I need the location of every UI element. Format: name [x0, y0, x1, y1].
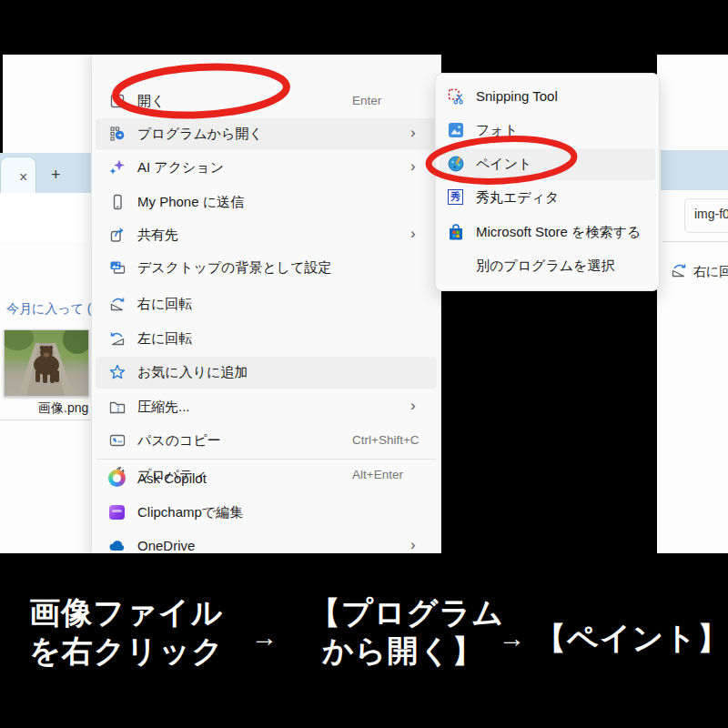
menu-item-set-wallpaper[interactable]: デスクトップの背景として設定 [92, 251, 440, 285]
caption-arrow-1: → [251, 622, 278, 652]
menu-item-label: 左に回転 [137, 330, 192, 348]
explorer-active-tab[interactable]: × [0, 157, 36, 194]
menu-item-label: 共有先 [137, 227, 178, 244]
menu-item-compress[interactable]: 圧縮先... › [92, 390, 440, 424]
share-icon [108, 226, 126, 244]
submenu-item-search-store[interactable]: Microsoft Store を検索する [436, 216, 659, 249]
menu-item-label: お気に入りに追加 [137, 364, 248, 381]
selected-row-fragment [661, 150, 728, 190]
open-with-submenu: Snipping Tool フォト ペイント 秀 秀丸エディタ Microsof… [435, 73, 660, 291]
menu-item-label: AI アクション [137, 159, 224, 177]
menu-item-shortcut: Ctrl+Shift+C [352, 433, 420, 447]
menu-item-label: Clipchampで編集 [137, 504, 243, 521]
menu-item-share[interactable]: 共有先 › [92, 218, 440, 252]
rotate-left-icon [108, 329, 126, 348]
screenshot-root: × + › ダウン 今月に入って (先 [0, 0, 728, 728]
background-window-fragment [3, 51, 94, 153]
clipchamp-icon [108, 503, 126, 521]
caption-band: 画像ファイル を右クリック → 【プログラム から開く】 → 【ペイント】 [0, 553, 728, 728]
submenu-item-label: 別のプログラムを選択 [476, 258, 614, 275]
divider [0, 420, 94, 420]
menu-item-label: OneDrive [137, 538, 195, 553]
caption-step3: 【ペイント】 [535, 619, 728, 657]
wallpaper-icon [108, 258, 126, 277]
submenu-item-label: ペイント [476, 156, 531, 173]
explorer-toolbar [0, 242, 94, 299]
tab-close-icon[interactable]: × [19, 170, 27, 185]
menu-separator [96, 459, 436, 460]
caption-step1-line2: を右クリック [29, 632, 224, 670]
submenu-item-snipping-tool[interactable]: Snipping Tool [436, 80, 659, 114]
menu-item-rotate-left[interactable]: 左に回転 [92, 322, 440, 356]
submenu-item-hidemaru[interactable]: 秀 秀丸エディタ [436, 181, 659, 215]
caption-step2: 【プログラム から開く】 [309, 593, 504, 670]
onedrive-icon [108, 537, 126, 555]
rotate-right-icon [670, 261, 688, 279]
menu-item-clipchamp[interactable]: Clipchampで編集 [92, 496, 440, 530]
submenu-item-choose-another-app[interactable]: 別のプログラムを選択 [436, 249, 659, 283]
menu-item-rotate-right[interactable]: 右に回転 [92, 288, 440, 321]
menu-highlight [440, 148, 655, 180]
menu-item-copy-path[interactable]: パスのコピー Ctrl+Shift+C [92, 424, 440, 458]
explorer-file-area: 今月に入って (先 画像.png [0, 298, 94, 553]
bear-photo [5, 330, 88, 396]
submenu-item-label: 秀丸エディタ [476, 189, 559, 207]
rotate-right-icon [108, 295, 126, 313]
menu-item-label: 圧縮先... [137, 399, 190, 416]
menu-item-ask-copilot[interactable]: Ask Copilot [92, 462, 440, 496]
menu-item-label: パスのコピー [137, 432, 221, 450]
rotate-right-menu-fragment[interactable]: 右に回 [693, 264, 728, 280]
favorite-star-icon [108, 363, 126, 381]
submenu-item-photos[interactable]: フォト [436, 114, 659, 147]
image-thumbnail-bear[interactable] [4, 329, 89, 397]
context-menu: 開く Enter プログラムから開く › AI アクション › My Phone… [91, 40, 441, 561]
submenu-item-paint[interactable]: ペイント [436, 147, 659, 181]
caption-step1-line1: 画像ファイル [29, 593, 224, 632]
menu-item-open-with[interactable]: プログラムから開く › [92, 117, 440, 151]
menu-item-add-favorites[interactable]: お気に入りに追加 [92, 356, 440, 389]
menu-item-label: Ask Copilot [137, 470, 207, 486]
chevron-right-icon: › [410, 124, 416, 142]
send-phone-icon [108, 193, 126, 211]
zip-folder-icon [108, 398, 126, 416]
explorer-tab-bar: × + [0, 153, 94, 193]
photos-icon [447, 121, 465, 139]
open-with-icon [108, 125, 126, 143]
submenu-item-label: Snipping Tool [476, 88, 558, 104]
caption-step2-line1: 【プログラム [309, 593, 504, 632]
caption-arrow-2: → [499, 623, 525, 653]
breadcrumb: › ダウン [0, 193, 94, 242]
hidemaru-editor-icon: 秀 [447, 188, 465, 207]
rename-field-text: img-f0 [685, 199, 728, 221]
ai-actions-icon [108, 158, 126, 177]
new-tab-button[interactable]: + [51, 167, 61, 183]
rename-field-fragment[interactable]: img-f0 [684, 198, 728, 233]
submenu-item-label: フォト [476, 122, 518, 139]
menu-item-label: 開く [137, 93, 165, 110]
caption-step1: 画像ファイル を右クリック [29, 593, 224, 670]
chevron-right-icon: › [410, 397, 416, 415]
submenu-item-label: Microsoft Store を検索する [476, 224, 641, 241]
chevron-right-icon: › [410, 225, 416, 243]
top-black-bar [0, 0, 728, 55]
paint-icon [447, 155, 465, 173]
chevron-right-icon: › [410, 536, 416, 554]
menu-item-label: My Phone に送信 [137, 194, 244, 211]
microsoft-store-icon [447, 223, 465, 241]
file-name-label[interactable]: 画像.png [38, 400, 88, 417]
snipping-tool-icon [447, 87, 465, 106]
chevron-right-icon: › [410, 157, 416, 176]
menu-item-shortcut: Enter [352, 94, 381, 107]
open-icon [108, 92, 126, 110]
divider [662, 241, 728, 242]
copilot-icon [108, 470, 126, 488]
menu-item-label: プログラムから開く [137, 126, 263, 143]
menu-item-open[interactable]: 開く Enter [92, 85, 440, 118]
group-header[interactable]: 今月に入って (先 [6, 301, 105, 318]
menu-item-label: 右に回転 [137, 296, 192, 313]
caption-step2-line2: から開く】 [309, 632, 504, 670]
menu-item-send-to-phone[interactable]: My Phone に送信 [92, 186, 440, 219]
background-right-fragment [657, 51, 728, 553]
menu-item-ai-actions[interactable]: AI アクション › [92, 151, 440, 185]
copy-path-icon [108, 431, 126, 450]
